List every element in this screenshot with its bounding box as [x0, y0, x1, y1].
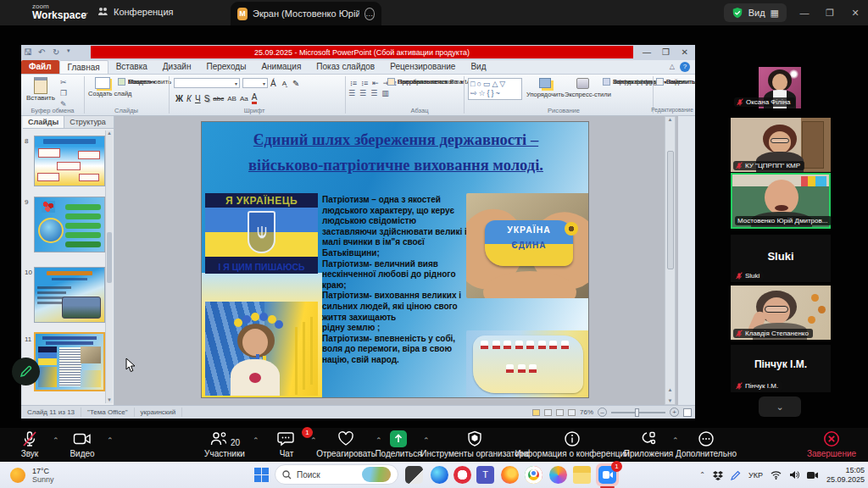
bullets-icon[interactable]: ⁝≡ — [350, 79, 357, 87]
zoom-out-button[interactable]: – — [598, 408, 607, 417]
italic-button[interactable]: К — [186, 94, 192, 103]
quick-styles-button[interactable]: Экспресс-стили — [565, 78, 600, 98]
tab-conference[interactable]: Конференция — [97, 6, 173, 17]
edge-icon[interactable] — [431, 466, 448, 484]
speaker-icon[interactable] — [789, 470, 799, 480]
slideshow-view-icon[interactable] — [568, 409, 576, 416]
taskbar-clock[interactable]: 15:05 25.09.2025 — [826, 466, 865, 485]
new-slide-button[interactable]: Создать слайд — [88, 77, 117, 98]
slide-10-thumbnail[interactable] — [34, 267, 105, 323]
indent-decrease-icon[interactable]: ⇤ — [372, 79, 379, 87]
paste-button[interactable]: Вставить — [26, 77, 55, 102]
tab-slideshow[interactable]: Показ слайдов — [309, 60, 382, 74]
copilot-icon[interactable] — [549, 466, 567, 484]
bold-button[interactable]: Ж — [175, 94, 183, 103]
slide-canvas[interactable]: Єдиний шлях збереження державності – вій… — [201, 121, 589, 398]
video-options-chevron[interactable]: ⌃ — [107, 436, 114, 445]
slide-9-thumbnail[interactable] — [34, 197, 105, 252]
windows-start-button[interactable] — [254, 468, 269, 482]
redo-icon[interactable]: ↻ — [53, 47, 59, 57]
section-button[interactable]: Раздел▾ — [118, 78, 155, 86]
dropbox-icon[interactable] — [713, 470, 723, 480]
save-icon[interactable]: 🖫 — [24, 47, 32, 57]
next-slide-button[interactable]: ▼ — [665, 398, 675, 403]
slide-11-thumbnail[interactable] — [34, 332, 105, 391]
window-minimize-button[interactable]: — — [792, 0, 817, 25]
columns-icon[interactable]: ▥ — [381, 89, 389, 97]
chrome-icon[interactable] — [525, 466, 542, 484]
shrink-font-icon[interactable]: А̬ — [282, 80, 287, 87]
firefox-icon[interactable] — [501, 466, 519, 484]
tab-screen-share[interactable]: М Экран (Мостовенко Юрій Дмит … — [231, 2, 381, 25]
zoom-slider[interactable] — [611, 412, 665, 413]
camera-device-icon[interactable] — [807, 471, 819, 480]
tab-home[interactable]: Главная — [59, 60, 108, 74]
video-tile-ku-tsprpp[interactable]: КУ "ЦПРПП" КМР — [731, 118, 831, 172]
clear-format-icon[interactable]: ✎ — [292, 79, 299, 88]
slide-8-thumbnail[interactable] — [34, 136, 105, 186]
help-icon[interactable]: ? — [680, 62, 690, 72]
tab-view[interactable]: Вид — [463, 60, 493, 74]
zoom-app-active[interactable]: 1 — [596, 463, 619, 486]
annotation-pencil-button[interactable] — [12, 358, 40, 385]
video-tile-klavdiia[interactable]: Клавдія Степаненко — [731, 286, 831, 340]
select-button[interactable]: Выделить — [656, 78, 696, 86]
language-indicator[interactable]: украинский — [135, 408, 183, 417]
workspace-chevron-icon[interactable]: ⌄ — [83, 8, 90, 16]
reading-view-icon[interactable] — [556, 409, 564, 416]
video-tile-sluki-novideo[interactable]: Sluki Sluki — [731, 235, 831, 282]
font-color-button[interactable]: А — [252, 92, 258, 104]
font-name-combo[interactable]: ▾ — [174, 78, 240, 88]
prev-slide-button[interactable]: ▲ — [665, 387, 675, 392]
screen-tab-more-icon[interactable]: … — [364, 8, 375, 20]
more-button[interactable]: Дополнительно — [651, 430, 761, 458]
video-tile-pinchuk-novideo[interactable]: Пінчук І.М. Пінчук І.М. — [731, 345, 831, 392]
tab-transitions[interactable]: Переходы — [198, 60, 253, 74]
weather-widget[interactable]: 17°C Sunny — [10, 467, 54, 484]
qat-dropdown-icon[interactable]: ▾ — [67, 47, 70, 54]
taskbar-search[interactable]: Поиск — [275, 464, 398, 485]
change-case-button[interactable]: Аа — [240, 95, 248, 103]
sorter-view-icon[interactable] — [544, 409, 552, 416]
smartart-button[interactable]: Преобразовать в SmartArt▾ — [387, 78, 480, 86]
tab-design[interactable]: Дизайн — [155, 60, 199, 74]
grow-font-icon[interactable]: А́ — [270, 79, 276, 88]
shadow-button[interactable]: S — [204, 94, 210, 103]
opera-icon[interactable] — [453, 466, 471, 484]
ribbon-pin-icon[interactable]: △ — [670, 63, 675, 70]
arrange-button[interactable]: Упорядочить — [526, 78, 564, 98]
video-tile-oksana[interactable]: Оксана Філіна — [759, 67, 801, 108]
font-size-combo[interactable]: ▾ — [242, 78, 268, 88]
host-tools-button[interactable]: Инструменты организатора — [420, 430, 530, 458]
window-maximize-button[interactable]: ❐ — [817, 0, 843, 25]
ppt-minimize-button[interactable]: — — [643, 47, 651, 57]
tab-animations[interactable]: Анимация — [253, 60, 309, 74]
ppt-restore-button[interactable]: ❐ — [662, 47, 670, 57]
teams-icon[interactable]: T — [476, 466, 494, 484]
language-switcher[interactable]: УКР — [748, 471, 763, 480]
panel-scrollbar[interactable]: ▲ ▼ — [105, 130, 113, 403]
copy-icon[interactable]: ❐ — [60, 89, 67, 97]
cut-icon[interactable]: ✂ — [60, 78, 67, 86]
tab-insert[interactable]: Вставка — [108, 60, 155, 74]
editor-scrollbar[interactable]: ▲ ▲ ▼ — [665, 116, 676, 405]
video-tile-mostovenko-speaking[interactable]: Мостовенко Юрій Дмитров... — [731, 173, 831, 229]
align-right-icon[interactable]: ☰ — [370, 89, 377, 97]
view-button[interactable]: Вид ▦ — [724, 3, 787, 22]
video-button[interactable]: Видео — [27, 430, 137, 458]
tab-review[interactable]: Рецензирование — [382, 60, 463, 74]
window-close-button[interactable]: ✕ — [843, 0, 868, 25]
task-view-button[interactable] — [405, 466, 423, 484]
tray-expand-chevron[interactable]: ⌃ — [699, 471, 705, 479]
char-spacing-button[interactable]: АВ — [227, 95, 236, 103]
align-center-icon[interactable]: ☰ — [359, 89, 366, 97]
shapes-gallery[interactable]: □○▭△▽ ⇨☆{}~ — [468, 78, 522, 100]
file-explorer-icon[interactable] — [573, 466, 591, 484]
sidebar-collapse-button[interactable]: ⌄ — [759, 396, 801, 417]
underline-button[interactable]: Ч — [195, 94, 201, 103]
numbering-icon[interactable]: ⁝≡ — [361, 79, 368, 87]
align-left-icon[interactable]: ☰ — [348, 89, 355, 97]
wifi-icon[interactable] — [771, 470, 782, 480]
fit-slide-button[interactable] — [683, 408, 692, 417]
tab-slides-thumbnails[interactable]: Слайды — [23, 116, 64, 128]
